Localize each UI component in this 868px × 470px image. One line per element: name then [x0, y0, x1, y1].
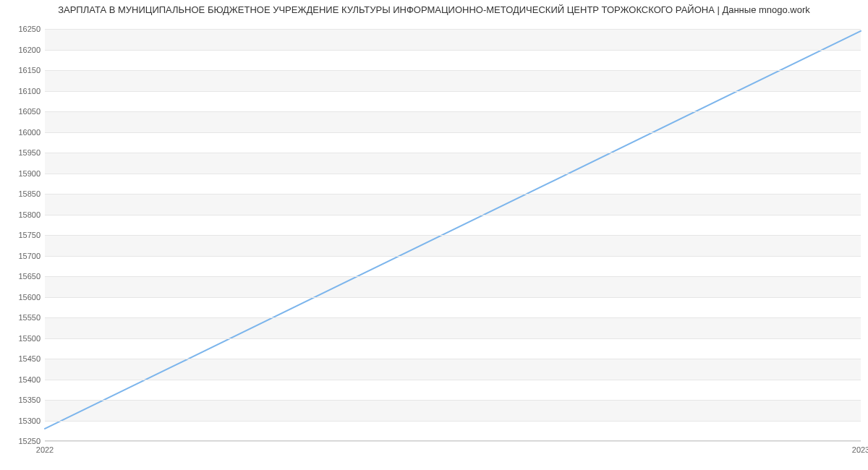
grid-line	[45, 215, 861, 215]
y-tick-label: 15800	[18, 210, 41, 219]
grid-line	[45, 380, 861, 380]
y-tick-label: 15300	[18, 416, 41, 425]
y-tick-label: 16250	[18, 25, 41, 33]
grid-line	[45, 421, 861, 422]
grid-line	[45, 70, 861, 71]
grid-line	[45, 91, 861, 92]
y-tick-label: 16100	[18, 87, 41, 95]
chart-container: ЗАРПЛАТА В МУНИЦИПАЛЬНОЕ БЮДЖЕТНОЕ УЧРЕЖ…	[0, 0, 868, 470]
y-tick-label: 15700	[18, 252, 41, 260]
y-tick-label: 16150	[18, 66, 41, 74]
y-tick-label: 16050	[18, 107, 41, 116]
y-tick-label: 16200	[18, 46, 41, 54]
grid-line	[45, 297, 861, 298]
grid-line	[45, 174, 861, 174]
grid-line	[45, 153, 861, 153]
plot-area: 1525015300153501540015450155001555015600…	[45, 29, 861, 441]
y-tick-label: 15450	[18, 354, 41, 363]
y-tick-label: 15600	[18, 293, 41, 302]
y-tick-label: 15350	[18, 396, 41, 404]
grid-line	[45, 235, 861, 236]
y-tick-label: 15650	[18, 272, 41, 281]
x-tick-label: 2023	[852, 445, 868, 454]
y-tick-label: 15900	[18, 169, 41, 178]
grid-line	[45, 359, 861, 359]
grid-line	[45, 50, 861, 51]
grid-line	[45, 29, 861, 30]
y-tick-label: 15550	[18, 313, 41, 322]
grid-line	[45, 194, 861, 195]
grid-line	[45, 111, 861, 112]
grid-line	[45, 441, 861, 442]
grid-line	[45, 256, 861, 257]
y-tick-label: 15950	[18, 148, 41, 157]
y-tick-label: 15250	[18, 437, 41, 445]
grid-line	[45, 317, 861, 318]
grid-line	[45, 338, 861, 339]
y-tick-label: 15750	[18, 231, 41, 239]
chart-title: ЗАРПЛАТА В МУНИЦИПАЛЬНОЕ БЮДЖЕТНОЕ УЧРЕЖ…	[0, 4, 868, 15]
y-tick-label: 15500	[18, 334, 41, 343]
y-tick-label: 15850	[18, 189, 41, 198]
grid-line	[45, 276, 861, 277]
grid-line	[45, 132, 861, 133]
y-tick-label: 15400	[18, 375, 41, 384]
y-tick-label: 16000	[18, 128, 41, 137]
x-tick-label: 2022	[36, 445, 54, 454]
grid-line	[45, 400, 861, 401]
